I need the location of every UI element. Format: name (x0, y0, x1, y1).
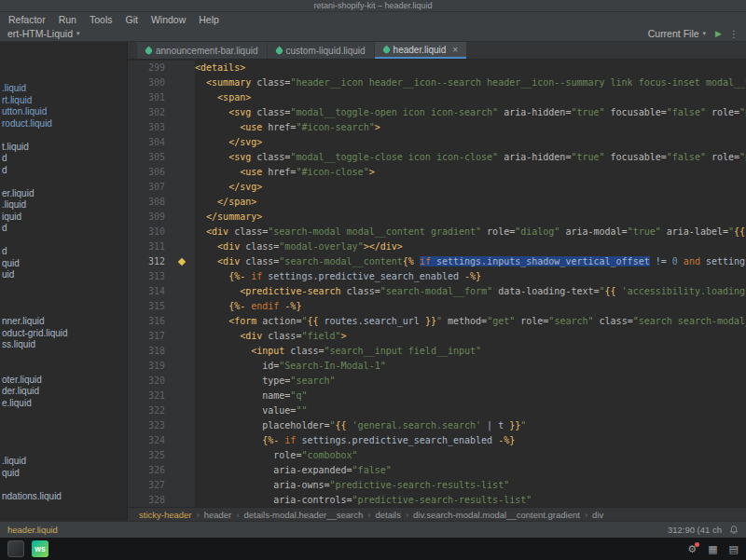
close-icon[interactable]: × (452, 45, 458, 55)
project-file-item[interactable]: ss.liquid (0, 339, 127, 351)
project-file-item[interactable]: rt.liquid (0, 95, 127, 107)
line-number[interactable]: 323 (128, 418, 171, 433)
project-file-item[interactable]: d (0, 223, 127, 235)
widgets-grid-icon[interactable]: ▦ (708, 544, 717, 554)
line-number[interactable]: 321 (128, 389, 171, 403)
code-line[interactable]: 306 <use href="#icon-close"> (128, 165, 746, 180)
menu-help[interactable]: Help (192, 14, 226, 25)
code-line[interactable]: 305 <svg class="modal__toggle-close icon… (128, 150, 746, 165)
code-line[interactable]: 327 aria-owns="predictive-search-results… (128, 478, 746, 493)
code-line[interactable]: 299<details> (128, 61, 746, 75)
code-line[interactable]: 328 aria-controls="predictive-search-res… (128, 493, 746, 507)
project-file-item[interactable]: roduct.liquid (0, 118, 127, 130)
breadcrumb-item[interactable]: div (592, 510, 603, 520)
line-number[interactable]: 320 (128, 374, 171, 389)
code-line[interactable]: 307 </svg> (128, 180, 746, 195)
code-line[interactable]: 325 role="combobox" (128, 448, 746, 463)
project-file-item[interactable]: er.liquid (0, 188, 127, 200)
project-file-item[interactable]: uid (0, 269, 127, 281)
project-config-widget[interactable]: ert-HTM-Liquid ▾ (7, 28, 80, 39)
bookmark-marker-icon[interactable] (178, 258, 186, 266)
code-line[interactable]: 317 <div class="field"> (128, 329, 746, 344)
line-number[interactable]: 304 (128, 135, 171, 150)
project-file-item[interactable]: oduct-grid.liquid (0, 328, 127, 340)
line-number[interactable]: 319 (128, 359, 171, 374)
line-number[interactable]: 310 (128, 225, 171, 239)
project-file-item[interactable]: ndations.liquid (0, 491, 127, 503)
code-line[interactable]: 321 name="q" (128, 389, 746, 403)
line-number[interactable]: 305 (128, 150, 171, 165)
run-button[interactable]: ▶ (715, 29, 722, 38)
project-file-item[interactable]: d (0, 153, 127, 165)
code-line[interactable]: 312 <div class="search-modal__content{% … (128, 254, 746, 269)
code-line[interactable]: 323 placeholder="{{ 'general.search.sear… (128, 418, 746, 433)
code-line[interactable]: 326 aria-expanded="false" (128, 463, 746, 478)
code-line[interactable]: 322 value="" (128, 403, 746, 418)
line-number[interactable]: 309 (128, 210, 171, 225)
project-file-item[interactable]: .liquid (0, 199, 127, 212)
breadcrumb-item[interactable]: div.search-modal.modal__content.gradient (413, 510, 580, 520)
notifications-bell-icon[interactable] (729, 526, 739, 535)
code-line[interactable]: 315 {%- endif -%} (128, 299, 746, 314)
line-number[interactable]: 316 (128, 314, 171, 329)
line-number[interactable]: 324 (128, 433, 171, 448)
settings-gear-icon[interactable]: ⚙ (687, 544, 697, 554)
line-number[interactable]: 315 (128, 299, 171, 314)
code-line[interactable]: 318 <input class="search__input field__i… (128, 344, 746, 359)
code-line[interactable]: 300 <summary class="header__icon header_… (128, 75, 746, 90)
line-number[interactable]: 325 (128, 448, 171, 463)
line-number[interactable]: 303 (128, 120, 171, 135)
project-file-item[interactable]: quid (0, 258, 127, 270)
project-file-item[interactable]: d (0, 165, 127, 177)
breadcrumb-item[interactable]: header (204, 510, 232, 520)
code-line[interactable]: 320 type="search" (128, 374, 746, 389)
breadcrumb-item[interactable]: sticky-header (139, 510, 192, 520)
code-line[interactable]: 310 <div class="search-modal modal__cont… (128, 225, 746, 239)
project-file-item[interactable]: d (0, 246, 127, 258)
breadcrumb-item[interactable]: details (375, 510, 400, 520)
project-file-item[interactable]: oter.liquid (0, 375, 127, 387)
project-file-item[interactable]: t.liquid (0, 142, 127, 154)
editor-tab[interactable]: custom-liquid.liquid (268, 42, 374, 59)
code-line[interactable]: 319 id="Search-In-Modal-1" (128, 359, 746, 374)
line-number[interactable]: 326 (128, 463, 171, 478)
editor-tab[interactable]: announcement-bar.liquid (137, 42, 267, 59)
project-file-item[interactable]: .liquid (0, 83, 127, 95)
code-line[interactable]: 303 <use href="#icon-search"> (128, 120, 746, 135)
code-line[interactable]: 311 <div class="modal-overlay"></div> (128, 239, 746, 254)
webstorm-app-icon[interactable]: WS (32, 540, 48, 557)
line-number[interactable]: 318 (128, 344, 171, 359)
line-number[interactable]: 302 (128, 105, 171, 120)
project-file-item[interactable]: nner.liquid (0, 316, 127, 328)
menu-window[interactable]: Window (145, 14, 192, 25)
project-file-item[interactable]: e.liquid (0, 398, 127, 410)
line-number[interactable]: 308 (128, 195, 171, 210)
code-line[interactable]: 324 {%- if settings.predictive_search_en… (128, 433, 746, 448)
project-file-item[interactable]: quid (0, 468, 127, 480)
code-line[interactable]: 304 </svg> (128, 135, 746, 150)
line-number[interactable]: 328 (128, 493, 171, 507)
terminal-app-icon[interactable] (7, 540, 24, 557)
code-editor[interactable]: 299<details>300 <summary class="header__… (128, 60, 746, 507)
code-line[interactable]: 301 <span> (128, 90, 746, 105)
project-file-item[interactable]: utton.liquid (0, 106, 127, 118)
menu-refactor[interactable]: Refactor (2, 14, 52, 25)
project-file-item[interactable]: .liquid (0, 456, 127, 468)
run-config-label[interactable]: Current File (648, 28, 699, 39)
line-number[interactable]: 307 (128, 180, 171, 195)
code-line[interactable]: 308 </span> (128, 195, 746, 210)
breadcrumb-item[interactable]: details-modal.header__search (243, 510, 363, 520)
chevron-down-icon[interactable]: ▾ (703, 30, 707, 37)
menu-git[interactable]: Git (118, 14, 144, 25)
project-file-item[interactable]: iquid (0, 212, 127, 224)
cursor-position-indicator[interactable]: 312:90 (41 ch (668, 525, 722, 535)
more-options-icon[interactable]: ⋮ (729, 29, 739, 39)
menu-tools[interactable]: Tools (83, 14, 119, 25)
code-line[interactable]: 314 <predictive-search class="search-mod… (128, 284, 746, 299)
list-icon[interactable]: ▤ (729, 544, 739, 554)
menu-run[interactable]: Run (52, 14, 83, 25)
line-number[interactable]: 313 (128, 269, 171, 284)
line-number[interactable]: 299 (128, 61, 171, 75)
line-number[interactable]: 312 (128, 254, 171, 269)
editor-tab[interactable]: header.liquid× (375, 42, 467, 59)
